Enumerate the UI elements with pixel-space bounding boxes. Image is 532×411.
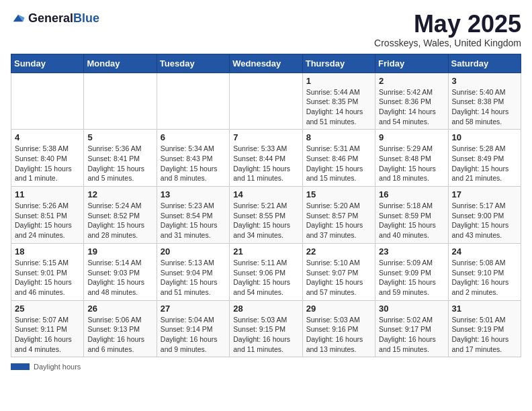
- day-number: 3: [452, 76, 517, 86]
- calendar-cell: [84, 73, 157, 130]
- day-number: 21: [233, 246, 298, 257]
- day-number: 20: [161, 246, 226, 257]
- weekday-header-friday: Friday: [375, 54, 448, 73]
- day-number: 27: [161, 304, 226, 314]
- calendar-cell: 6Sunrise: 5:34 AM Sunset: 8:43 PM Daylig…: [157, 130, 229, 187]
- day-info: Sunrise: 5:17 AM Sunset: 9:00 PM Dayligh…: [452, 201, 517, 240]
- day-number: 6: [161, 132, 226, 142]
- day-number: 28: [233, 304, 298, 314]
- day-number: 29: [306, 304, 371, 314]
- day-info: Sunrise: 5:20 AM Sunset: 8:57 PM Dayligh…: [306, 201, 371, 240]
- day-number: 8: [306, 132, 371, 142]
- weekday-header-monday: Monday: [84, 54, 157, 73]
- calendar-table: SundayMondayTuesdayWednesdayThursdayFrid…: [11, 54, 521, 358]
- day-number: 24: [452, 246, 517, 257]
- calendar-cell: [157, 73, 229, 130]
- day-info: Sunrise: 5:04 AM Sunset: 9:14 PM Dayligh…: [161, 315, 226, 355]
- calendar-cell: 14Sunrise: 5:21 AM Sunset: 8:55 PM Dayli…: [230, 187, 302, 244]
- calendar-cell: 25Sunrise: 5:07 AM Sunset: 9:11 PM Dayli…: [11, 300, 84, 357]
- page-header: GeneralBlue May 2025 Crosskeys, Wales, U…: [11, 11, 521, 48]
- day-info: Sunrise: 5:34 AM Sunset: 8:43 PM Dayligh…: [161, 144, 226, 183]
- day-number: 7: [233, 132, 298, 142]
- day-info: Sunrise: 5:02 AM Sunset: 9:17 PM Dayligh…: [379, 315, 444, 355]
- calendar-cell: 8Sunrise: 5:31 AM Sunset: 8:46 PM Daylig…: [302, 130, 375, 187]
- day-number: 22: [306, 246, 371, 257]
- day-info: Sunrise: 5:21 AM Sunset: 8:55 PM Dayligh…: [233, 201, 298, 240]
- logo-general: General: [28, 11, 73, 25]
- day-number: 31: [452, 304, 517, 314]
- day-info: Sunrise: 5:14 AM Sunset: 9:03 PM Dayligh…: [87, 258, 152, 298]
- calendar-cell: 1Sunrise: 5:44 AM Sunset: 8:35 PM Daylig…: [302, 73, 375, 130]
- day-info: Sunrise: 5:26 AM Sunset: 8:51 PM Dayligh…: [15, 201, 80, 240]
- day-info: Sunrise: 5:18 AM Sunset: 8:59 PM Dayligh…: [379, 201, 444, 240]
- day-info: Sunrise: 5:40 AM Sunset: 8:38 PM Dayligh…: [452, 87, 517, 127]
- calendar-cell: 28Sunrise: 5:03 AM Sunset: 9:15 PM Dayli…: [230, 300, 302, 357]
- day-info: Sunrise: 5:11 AM Sunset: 9:06 PM Dayligh…: [233, 258, 298, 298]
- day-info: Sunrise: 5:03 AM Sunset: 9:16 PM Dayligh…: [306, 315, 371, 355]
- location: Crosskeys, Wales, United Kingdom: [374, 38, 521, 48]
- day-number: 14: [233, 189, 298, 199]
- day-number: 10: [452, 132, 517, 142]
- day-number: 25: [15, 304, 80, 314]
- day-number: 19: [87, 246, 152, 257]
- day-number: 17: [452, 189, 517, 199]
- calendar-cell: 30Sunrise: 5:02 AM Sunset: 9:17 PM Dayli…: [375, 300, 448, 357]
- day-number: 2: [379, 76, 444, 86]
- day-number: 4: [15, 132, 80, 142]
- logo: GeneralBlue: [11, 11, 99, 26]
- day-number: 18: [15, 246, 80, 257]
- weekday-header-sunday: Sunday: [11, 54, 84, 73]
- day-info: Sunrise: 5:08 AM Sunset: 9:10 PM Dayligh…: [452, 258, 517, 298]
- calendar-cell: 18Sunrise: 5:15 AM Sunset: 9:01 PM Dayli…: [11, 243, 84, 300]
- day-info: Sunrise: 5:29 AM Sunset: 8:48 PM Dayligh…: [379, 144, 444, 183]
- calendar-cell: 9Sunrise: 5:29 AM Sunset: 8:48 PM Daylig…: [375, 130, 448, 187]
- day-info: Sunrise: 5:10 AM Sunset: 9:07 PM Dayligh…: [306, 258, 371, 298]
- day-info: Sunrise: 5:01 AM Sunset: 9:19 PM Dayligh…: [452, 315, 517, 355]
- day-info: Sunrise: 5:03 AM Sunset: 9:15 PM Dayligh…: [233, 315, 298, 355]
- day-number: 23: [379, 246, 444, 257]
- calendar-cell: 23Sunrise: 5:09 AM Sunset: 9:09 PM Dayli…: [375, 243, 448, 300]
- calendar-cell: 20Sunrise: 5:13 AM Sunset: 9:04 PM Dayli…: [157, 243, 229, 300]
- day-number: 9: [379, 132, 444, 142]
- weekday-header-wednesday: Wednesday: [230, 54, 302, 73]
- calendar-cell: 27Sunrise: 5:04 AM Sunset: 9:14 PM Dayli…: [157, 300, 229, 357]
- calendar-cell: 29Sunrise: 5:03 AM Sunset: 9:16 PM Dayli…: [302, 300, 375, 357]
- day-info: Sunrise: 5:33 AM Sunset: 8:44 PM Dayligh…: [233, 144, 298, 183]
- calendar-cell: 31Sunrise: 5:01 AM Sunset: 9:19 PM Dayli…: [448, 300, 521, 357]
- calendar-cell: 19Sunrise: 5:14 AM Sunset: 9:03 PM Dayli…: [84, 243, 157, 300]
- day-info: Sunrise: 5:38 AM Sunset: 8:40 PM Dayligh…: [15, 144, 80, 183]
- daylight-bar: [11, 363, 30, 370]
- calendar-cell: 4Sunrise: 5:38 AM Sunset: 8:40 PM Daylig…: [11, 130, 84, 187]
- day-info: Sunrise: 5:13 AM Sunset: 9:04 PM Dayligh…: [161, 258, 226, 298]
- footer: Daylight hours: [11, 363, 521, 371]
- calendar-cell: 22Sunrise: 5:10 AM Sunset: 9:07 PM Dayli…: [302, 243, 375, 300]
- calendar-cell: 3Sunrise: 5:40 AM Sunset: 8:38 PM Daylig…: [448, 73, 521, 130]
- calendar-cell: 16Sunrise: 5:18 AM Sunset: 8:59 PM Dayli…: [375, 187, 448, 244]
- calendar-cell: 11Sunrise: 5:26 AM Sunset: 8:51 PM Dayli…: [11, 187, 84, 244]
- calendar-cell: 21Sunrise: 5:11 AM Sunset: 9:06 PM Dayli…: [230, 243, 302, 300]
- weekday-header-tuesday: Tuesday: [157, 54, 229, 73]
- calendar-cell: [230, 73, 302, 130]
- day-info: Sunrise: 5:42 AM Sunset: 8:36 PM Dayligh…: [379, 87, 444, 127]
- calendar-cell: 15Sunrise: 5:20 AM Sunset: 8:57 PM Dayli…: [302, 187, 375, 244]
- weekday-header-saturday: Saturday: [448, 54, 521, 73]
- day-info: Sunrise: 5:36 AM Sunset: 8:41 PM Dayligh…: [87, 144, 152, 183]
- day-number: 30: [379, 304, 444, 314]
- calendar-cell: 2Sunrise: 5:42 AM Sunset: 8:36 PM Daylig…: [375, 73, 448, 130]
- logo-icon: [11, 11, 26, 26]
- day-info: Sunrise: 5:06 AM Sunset: 9:13 PM Dayligh…: [87, 315, 152, 355]
- day-number: 12: [87, 189, 152, 199]
- calendar-cell: 12Sunrise: 5:24 AM Sunset: 8:52 PM Dayli…: [84, 187, 157, 244]
- day-number: 26: [87, 304, 152, 314]
- day-number: 11: [15, 189, 80, 199]
- calendar-cell: 7Sunrise: 5:33 AM Sunset: 8:44 PM Daylig…: [230, 130, 302, 187]
- day-number: 5: [87, 132, 152, 142]
- calendar-cell: 24Sunrise: 5:08 AM Sunset: 9:10 PM Dayli…: [448, 243, 521, 300]
- day-info: Sunrise: 5:09 AM Sunset: 9:09 PM Dayligh…: [379, 258, 444, 298]
- day-info: Sunrise: 5:31 AM Sunset: 8:46 PM Dayligh…: [306, 144, 371, 183]
- footer-label: Daylight hours: [34, 363, 81, 371]
- calendar-cell: 13Sunrise: 5:23 AM Sunset: 8:54 PM Dayli…: [157, 187, 229, 244]
- day-number: 16: [379, 189, 444, 199]
- day-info: Sunrise: 5:28 AM Sunset: 8:49 PM Dayligh…: [452, 144, 517, 183]
- calendar-cell: 10Sunrise: 5:28 AM Sunset: 8:49 PM Dayli…: [448, 130, 521, 187]
